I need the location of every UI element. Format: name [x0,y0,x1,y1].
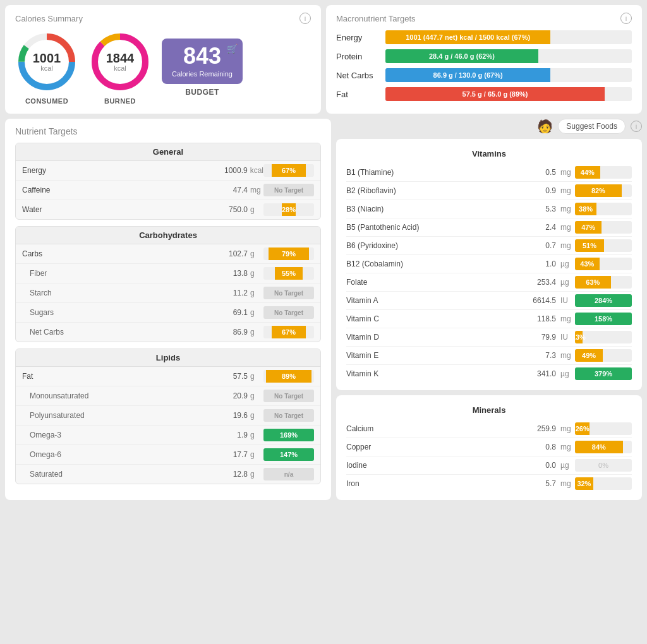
nutrient-name: Polyunsaturated [22,411,213,420]
vitamin-amount: 79.9 [528,333,556,342]
macro-targets-info-icon[interactable]: i [620,13,632,24]
vitamin-amount: 7.3 [528,351,556,360]
vitamin-row: Vitamin C 118.5 mg 158% [346,310,632,328]
nutrient-unit: g [248,205,263,214]
vitamin-unit: µg [559,259,572,268]
nutrient-bar-cell: No Target [263,409,314,422]
macro-name: Energy [336,33,380,42]
vitamin-name: B3 (Niacin) [346,205,525,213]
calories-summary-info-icon[interactable]: i [299,13,311,24]
vitamin-unit: µg [559,369,572,378]
macro-row: Protein 28.4 g / 46.0 g (62%) [336,49,632,63]
vitamin-bar-cell: 158% [575,313,632,325]
nutrient-row: Fiber 13.8 g 55% [16,264,320,283]
nutrient-row: Omega-3 1.9 g 169% [16,426,320,445]
vitamin-row: Vitamin E 7.3 mg 49% [346,347,632,365]
nutrient-section: Lipids Fat 57.5 g 89% Monounsaturated 20… [15,349,321,484]
vitamin-name: Vitamin C [346,314,525,323]
nutrient-name: Fiber [22,269,213,278]
nutrient-name: Saturated [22,470,213,479]
vitamin-name: Copper [346,443,525,451]
vitamin-unit: IU [559,333,572,342]
nutrient-bar-cell: 147% [263,448,314,461]
macro-bar-wrap: 57.5 g / 65.0 g (89%) [385,87,632,101]
vitamin-name: Folate [346,278,525,287]
nutrient-unit: g [248,391,263,400]
consumed-label: CONSUMED [25,97,68,105]
nutrient-amount: 12.8 [213,470,248,479]
budget-box: 🛒 843 Calories Remaining [162,39,243,84]
nutrient-row: Water 750.0 g 28% [16,200,320,219]
nutrient-bar-cell: n/a [263,468,314,480]
vitamins-title: Vitamins [346,146,632,164]
vitamin-row: B2 (Riboflavin) 0.9 mg 82% [346,182,632,200]
nutrient-bar-cell: 89% [263,370,314,383]
burned-value: 1844 [106,52,135,64]
nutrient-unit: kcal [248,166,263,175]
calories-summary-card: Calories Summary i [5,5,321,114]
vitamin-amount: 0.7 [528,241,556,250]
minerals-card: Minerals Calcium 259.9 mg 26% Copper 0.8… [336,395,642,500]
vitamin-bar-cell: 84% [575,441,632,453]
nutrient-unit: g [248,411,263,420]
vitamin-row: B3 (Niacin) 5.3 mg 38% [346,200,632,218]
macro-row: Fat 57.5 g / 65.0 g (89%) [336,87,632,101]
vitamin-row: Vitamin A 6614.5 IU 284% [346,292,632,310]
nutrient-amount: 19.6 [213,411,248,420]
nutrient-row: Starch 11.2 g No Target [16,283,320,303]
nutrient-amount: 69.1 [213,308,248,317]
nutrient-row: Sugars 69.1 g No Target [16,303,320,323]
suggest-foods-label: Suggest Foods [566,122,617,131]
vitamin-amount: 118.5 [528,314,556,323]
nutrient-section: Carbohydrates Carbs 102.7 g 79% Fiber 13… [15,226,321,342]
macro-bar-wrap: 1001 (447.7 net) kcal / 1500 kcal (67%) [385,30,632,44]
vitamin-bar-cell: 63% [575,276,632,289]
nutrient-amount: 86.9 [213,328,248,337]
vitamin-row: Calcium 259.9 mg 26% [346,420,632,438]
macro-bar-wrap: 28.4 g / 46.0 g (62%) [385,49,632,63]
vitamin-unit: mg [559,479,572,488]
minerals-rows: Calcium 259.9 mg 26% Copper 0.8 mg 84% I… [346,420,632,492]
macro-row: Energy 1001 (447.7 net) kcal / 1500 kcal… [336,30,632,44]
minerals-title: Minerals [346,403,632,420]
consumed-value: 1001 [33,52,61,64]
vitamin-bar-cell: 284% [575,294,632,307]
consumed-unit: kcal [33,64,61,72]
vitamin-amount: 0.9 [528,186,556,195]
vitamin-amount: 5.3 [528,205,556,213]
macro-rows: Energy 1001 (447.7 net) kcal / 1500 kcal… [336,30,632,101]
macronutrient-targets-card: Macronutrient Targets i Energy 1001 (447… [326,5,642,114]
nutrient-amount: 13.8 [213,269,248,278]
vitamin-bar-cell: 82% [575,184,632,197]
vitamin-unit: mg [559,241,572,250]
vitamin-amount: 253.4 [528,278,556,287]
nutrient-bar-cell: 28% [263,203,314,216]
vitamin-unit: µg [559,278,572,287]
nutrient-row: Carbs 102.7 g 79% [16,244,320,264]
vitamin-row: Vitamin K 341.0 µg 379% [346,365,632,383]
vitamin-unit: mg [559,314,572,323]
vitamin-amount: 1.0 [528,259,556,268]
nutrient-row: Fat 57.5 g 89% [16,367,320,386]
vitamin-name: B2 (Riboflavin) [346,186,525,195]
vitamin-amount: 0.5 [528,168,556,177]
consumed-circle: 1001 kcal CONSUMED [15,30,78,105]
nutrient-row: Omega-6 17.7 g 147% [16,445,320,465]
suggest-foods-info-icon[interactable]: i [631,121,642,132]
nutrient-name: Net Carbs [22,328,213,337]
vitamin-name: Vitamin E [346,351,525,360]
vitamin-name: Vitamin D [346,333,525,342]
vitamin-unit: mg [559,205,572,213]
vitamin-bar-cell: 13% [575,331,632,343]
vitamin-unit: mg [559,186,572,195]
vitamin-name: B6 (Pyridoxine) [346,241,525,250]
nutrient-section-title: General [16,143,320,161]
nutrient-amount: 102.7 [213,249,248,258]
nutrient-row: Polyunsaturated 19.6 g No Target [16,406,320,426]
suggest-foods-button[interactable]: Suggest Foods [558,119,626,134]
vitamins-card: Vitamins B1 (Thiamine) 0.5 mg 44% B2 (Ri… [336,139,642,390]
budget-icon: 🛒 [227,44,238,54]
vitamin-name: Iodine [346,461,525,470]
macro-name: Protein [336,52,380,61]
vitamin-row: Iodine 0.0 µg 0% [346,456,632,475]
